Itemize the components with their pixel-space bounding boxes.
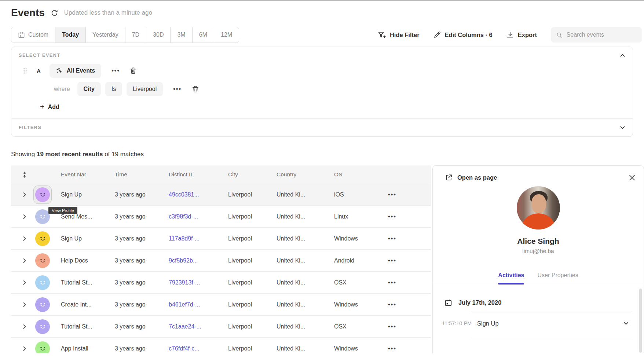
row-more-button[interactable]: ••• bbox=[388, 323, 396, 330]
drag-handle-icon[interactable] bbox=[23, 68, 27, 74]
column-header-event[interactable]: Event Nar bbox=[61, 171, 115, 178]
event-name-cell: App Install bbox=[61, 345, 115, 352]
avatar-face-icon bbox=[38, 322, 48, 331]
city-cell: Liverpool bbox=[228, 279, 277, 286]
event-name-cell: Send Mes... bbox=[61, 213, 115, 220]
expand-filters-button[interactable] bbox=[620, 125, 625, 130]
chevron-right-icon bbox=[22, 280, 27, 286]
date-range-tab-7d[interactable]: 7D bbox=[125, 27, 146, 43]
expand-row-button[interactable] bbox=[22, 258, 29, 264]
distinct-id-link[interactable]: 9cf5b92b... bbox=[169, 257, 228, 264]
row-more-button[interactable]: ••• bbox=[388, 235, 396, 242]
calendar-icon bbox=[444, 299, 452, 307]
where-label: where bbox=[54, 86, 70, 92]
filter-operator-chip[interactable]: Is bbox=[105, 82, 122, 96]
distinct-id-link[interactable]: c3f98f3d-... bbox=[169, 213, 228, 220]
user-avatar[interactable] bbox=[35, 297, 50, 312]
distinct-id-link[interactable]: c76fdf4f-c... bbox=[169, 345, 228, 352]
date-range-tab-12m[interactable]: 12M bbox=[214, 27, 239, 43]
distinct-id-link[interactable]: 117a8d9f-... bbox=[169, 235, 228, 242]
column-header-time[interactable]: Time bbox=[115, 171, 169, 178]
chevron-up-icon bbox=[620, 53, 625, 58]
expand-row-button[interactable] bbox=[22, 324, 29, 330]
tab-user-properties[interactable]: User Properties bbox=[537, 272, 578, 284]
row-more-button[interactable]: ••• bbox=[388, 279, 396, 286]
table-row: App Install 3 years ago c76fdf4f-c... Li… bbox=[11, 338, 431, 353]
city-cell: Liverpool bbox=[228, 213, 277, 220]
chevron-right-icon bbox=[22, 302, 27, 308]
hide-filter-button[interactable]: Hide Filter bbox=[378, 31, 420, 38]
open-as-page-button[interactable]: Open as page bbox=[445, 174, 497, 181]
expand-row-button[interactable] bbox=[22, 302, 29, 308]
clause-letter: A bbox=[37, 68, 41, 74]
date-range-tab-today[interactable]: Today bbox=[55, 27, 86, 43]
search-box bbox=[551, 27, 642, 43]
distinct-id-link[interactable]: b461ef7d-... bbox=[169, 301, 228, 308]
distinct-id-link[interactable]: 7923913f-... bbox=[169, 279, 228, 286]
row-more-button[interactable]: ••• bbox=[388, 213, 396, 220]
row-more-button[interactable]: ••• bbox=[388, 345, 396, 352]
city-cell: Liverpool bbox=[228, 235, 277, 242]
expand-row-button[interactable] bbox=[22, 236, 29, 242]
add-event-button[interactable]: + Add bbox=[40, 103, 59, 111]
chevron-down-icon bbox=[623, 321, 629, 326]
user-avatar[interactable] bbox=[35, 187, 50, 202]
export-button[interactable]: Export bbox=[506, 31, 537, 38]
user-avatar[interactable] bbox=[35, 209, 50, 224]
expand-activity-button[interactable] bbox=[623, 321, 629, 326]
expand-row-button[interactable] bbox=[22, 192, 29, 198]
row-more-button[interactable]: ••• bbox=[388, 191, 396, 198]
search-events-input[interactable] bbox=[567, 32, 636, 38]
date-range-tab-30d[interactable]: 30D bbox=[146, 27, 171, 43]
close-icon bbox=[629, 175, 635, 180]
country-cell: United Ki... bbox=[277, 235, 334, 242]
filter-value-chip[interactable]: Liverpool bbox=[127, 82, 163, 96]
avatar-face-icon bbox=[38, 278, 48, 287]
panel-scrollbar[interactable] bbox=[639, 289, 642, 353]
user-avatar[interactable] bbox=[35, 319, 50, 334]
date-range-tab-yesterday[interactable]: Yesterday bbox=[86, 27, 125, 43]
refresh-button[interactable] bbox=[51, 9, 58, 17]
tab-activities[interactable]: Activities bbox=[498, 272, 524, 284]
column-header-distinct-id[interactable]: Distinct II bbox=[169, 171, 228, 178]
city-cell: Liverpool bbox=[228, 323, 277, 330]
expand-row-button[interactable] bbox=[22, 214, 29, 220]
profile-tabs: Activities User Properties bbox=[433, 272, 644, 284]
edit-columns-button[interactable]: Edit Columns · 6 bbox=[433, 31, 493, 38]
user-avatar[interactable] bbox=[35, 275, 50, 290]
distinct-id-link[interactable]: 7c1aae24-... bbox=[169, 323, 228, 330]
user-avatar[interactable] bbox=[35, 231, 50, 246]
date-range-tab-6m[interactable]: 6M bbox=[193, 27, 214, 43]
event-clause-row: A All Events ••• bbox=[23, 64, 625, 78]
search-icon bbox=[556, 32, 563, 38]
row-more-button[interactable]: ••• bbox=[388, 257, 396, 264]
download-icon bbox=[506, 31, 514, 38]
date-range-tab-custom[interactable]: Custom bbox=[11, 27, 55, 43]
event-name-cell: Tutorial St... bbox=[61, 279, 115, 286]
expand-row-button[interactable] bbox=[22, 280, 29, 286]
user-avatar[interactable] bbox=[35, 341, 50, 353]
expand-row-button[interactable] bbox=[22, 346, 29, 352]
date-range-tab-label: 3M bbox=[177, 32, 185, 38]
country-cell: United Ki... bbox=[277, 191, 334, 198]
event-selector-chip[interactable]: All Events bbox=[50, 64, 101, 78]
distinct-id-link[interactable]: 49cc0381... bbox=[169, 191, 228, 198]
column-header-os[interactable]: OS bbox=[334, 171, 381, 178]
date-range-tab-3m[interactable]: 3M bbox=[171, 27, 192, 43]
city-cell: Liverpool bbox=[228, 345, 277, 352]
filter-delete-button[interactable] bbox=[192, 85, 199, 93]
country-cell: United Ki... bbox=[277, 213, 334, 220]
results-count: 19 most recent results bbox=[37, 151, 103, 158]
column-header-country[interactable]: Country bbox=[277, 171, 334, 178]
filter-more-button[interactable]: ••• bbox=[173, 86, 182, 92]
event-more-button[interactable]: ••• bbox=[111, 67, 120, 74]
edit-columns-label: Edit Columns · 6 bbox=[445, 32, 493, 38]
collapse-section-button[interactable] bbox=[620, 53, 625, 58]
event-delete-button[interactable] bbox=[129, 67, 137, 74]
row-more-button[interactable]: ••• bbox=[388, 301, 396, 308]
collapse-rows-icon[interactable] bbox=[22, 172, 32, 178]
user-avatar[interactable] bbox=[35, 253, 50, 268]
close-panel-button[interactable] bbox=[629, 175, 635, 180]
filter-property-chip[interactable]: City bbox=[77, 82, 101, 96]
column-header-city[interactable]: City bbox=[228, 171, 277, 178]
